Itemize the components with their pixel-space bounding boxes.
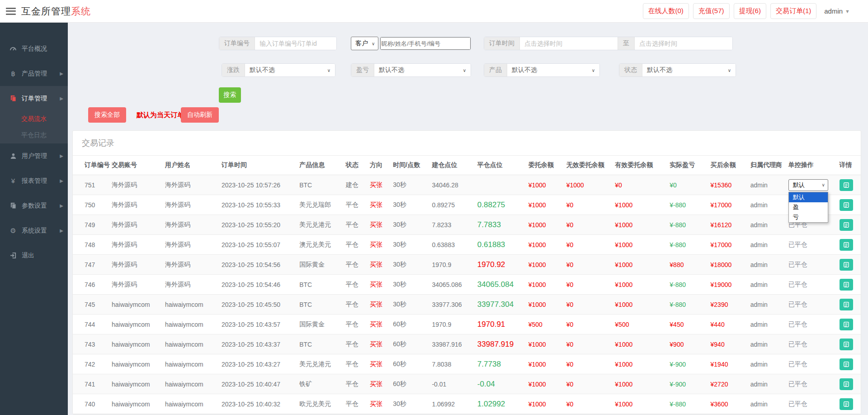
- cell-order-id: 751: [73, 175, 109, 195]
- sidebar-subitem-trade-flow[interactable]: 交易流水: [0, 111, 68, 127]
- product-select[interactable]: 默认不选 ∨: [507, 64, 599, 76]
- order-no-label: 订单编号: [219, 37, 255, 50]
- detail-button[interactable]: [840, 299, 853, 310]
- cell-account: 海外源码: [109, 195, 162, 215]
- sidebar-item-label: 报表管理: [22, 177, 47, 185]
- withdraw-button[interactable]: 提现(6): [734, 3, 766, 19]
- updown-select[interactable]: 默认不选 ∨: [245, 64, 335, 76]
- col-control: 单控操作: [786, 156, 837, 175]
- control-dropdown-list: 默认盈亏: [788, 192, 828, 223]
- cell-after-balance: ¥940: [708, 334, 748, 354]
- detail-icon: [843, 281, 849, 288]
- cell-valid-entrust: ¥500: [612, 315, 667, 334]
- cell-valid-entrust: ¥1000: [612, 334, 667, 354]
- trade-orders-button[interactable]: 交易订单(1): [770, 3, 816, 19]
- sidebar-item-platform-overview[interactable]: 平台概况: [0, 36, 68, 61]
- col-username: 用户姓名: [162, 156, 219, 175]
- chevron-right-icon: ▶: [60, 96, 63, 101]
- detail-button[interactable]: [840, 219, 853, 231]
- sidebar-item-parameter-settings[interactable]: 参数设置 ▶: [0, 193, 68, 218]
- detail-button[interactable]: [840, 279, 853, 291]
- sidebar-item-order-management[interactable]: 订单管理 ▶: [0, 86, 68, 111]
- online-users-button[interactable]: 在线人数(0): [643, 3, 689, 19]
- detail-button[interactable]: [840, 358, 853, 370]
- detail-icon: [843, 321, 849, 328]
- control-option[interactable]: 默认: [789, 192, 828, 202]
- search-all-button[interactable]: 搜索全部: [88, 107, 126, 123]
- admin-menu[interactable]: admin ▼: [824, 7, 850, 15]
- status-select[interactable]: 默认不选 ∨: [642, 64, 736, 76]
- table-row: 751海外源码海外源码2023-10-25 10:57:26BTC建仓买张30秒…: [73, 175, 861, 195]
- cell-direction: 买张: [367, 374, 390, 394]
- sidebar-item-product-management[interactable]: ฿ 产品管理 ▶: [0, 61, 68, 86]
- control-option[interactable]: 盈: [789, 202, 828, 212]
- recharge-button[interactable]: 充值(57): [693, 3, 730, 19]
- sidebar-subitem-close-log[interactable]: 平仓日志: [0, 127, 68, 143]
- order-no-input[interactable]: [255, 37, 336, 50]
- time-to-input[interactable]: [635, 37, 732, 50]
- sidebar-item-logout[interactable]: 退出: [0, 243, 68, 268]
- cell-direction: 买张: [367, 255, 390, 275]
- cell-detail: [837, 275, 861, 295]
- table-row: 747海外源码海外源码2023-10-25 10:54:56国际黄金平仓买张30…: [73, 255, 861, 275]
- cell-duration: 30秒: [390, 235, 429, 255]
- cell-status: 平仓: [343, 334, 367, 354]
- chevron-right-icon: ▶: [60, 228, 63, 233]
- time-from-input[interactable]: [520, 37, 618, 50]
- profit-select[interactable]: 默认不选 ∨: [374, 64, 471, 76]
- cell-order-time: 2023-10-25 10:54:46: [219, 275, 297, 295]
- cell-open-point: -0.01: [429, 374, 474, 394]
- sidebar-item-user-management[interactable]: 用户管理 ▶: [0, 143, 68, 168]
- detail-button[interactable]: [840, 398, 853, 410]
- cell-direction: 买张: [367, 315, 390, 334]
- sidebar-item-system-settings[interactable]: ⚙ 系统设置 ▶: [0, 218, 68, 243]
- cell-order-time: 2023-10-25 10:43:37: [219, 334, 297, 354]
- cell-control: 已平仓: [786, 394, 837, 414]
- yen-icon: ¥: [9, 177, 17, 185]
- updown-filter-group: 涨跌 默认不选 ∨: [222, 63, 335, 77]
- cell-agent: admin: [748, 334, 786, 354]
- cell-close-point: 7.7738: [475, 354, 526, 374]
- bitcoin-icon: ฿: [9, 70, 17, 78]
- customer-type-value: 客户: [355, 39, 368, 48]
- today-orders-note: 默认为当天订单: [137, 107, 184, 123]
- detail-button[interactable]: [840, 199, 853, 211]
- cell-entrust-balance: ¥500: [526, 315, 564, 334]
- cell-direction: 买张: [367, 195, 390, 215]
- sidebar-item-report-management[interactable]: ¥ 报表管理 ▶: [0, 168, 68, 193]
- detail-button[interactable]: [840, 259, 853, 271]
- search-button[interactable]: 搜索: [219, 87, 241, 103]
- cell-entrust-balance: ¥1000: [526, 215, 564, 235]
- cell-product: 国际黄金: [297, 315, 343, 334]
- cell-agent: admin: [748, 215, 786, 235]
- sidebar-item-label: 系统设置: [22, 227, 47, 235]
- detail-button[interactable]: [840, 339, 853, 350]
- customer-search-input[interactable]: [380, 37, 471, 50]
- status-filter-group: 状态 默认不选 ∨: [619, 63, 736, 77]
- detail-button[interactable]: [840, 378, 853, 390]
- control-select[interactable]: 默认 ∨: [788, 179, 828, 191]
- table-row: 743haiwaiymcomhaiwaiymcom2023-10-25 10:4…: [73, 334, 861, 354]
- customer-type-select[interactable]: 客户 ∨: [351, 37, 378, 50]
- menu-toggle-icon[interactable]: [6, 8, 16, 15]
- admin-username: admin: [824, 7, 843, 15]
- auto-refresh-button[interactable]: 自动刷新: [181, 107, 219, 123]
- cell-order-id: 742: [73, 354, 109, 374]
- profit-filter-group: 盈亏 默认不选 ∨: [351, 63, 471, 77]
- cell-valid-entrust: ¥1000: [612, 255, 667, 275]
- detail-icon: [843, 361, 849, 367]
- control-option[interactable]: 亏: [789, 212, 828, 222]
- detail-button[interactable]: [840, 319, 853, 330]
- cell-product: 美元兑港元: [297, 354, 343, 374]
- cell-close-point: [475, 175, 526, 195]
- detail-button[interactable]: [840, 239, 853, 251]
- cell-account: haiwaiymcom: [109, 295, 162, 315]
- detail-button[interactable]: [840, 179, 853, 191]
- cell-duration: 30秒: [390, 195, 429, 215]
- cell-username: haiwaiymcom: [162, 394, 219, 414]
- chevron-right-icon: ▶: [60, 178, 63, 183]
- cell-product: BTC: [297, 275, 343, 295]
- cell-username: 海外源码: [162, 275, 219, 295]
- cell-after-balance: ¥3600: [708, 394, 748, 414]
- cell-account: 海外源码: [109, 215, 162, 235]
